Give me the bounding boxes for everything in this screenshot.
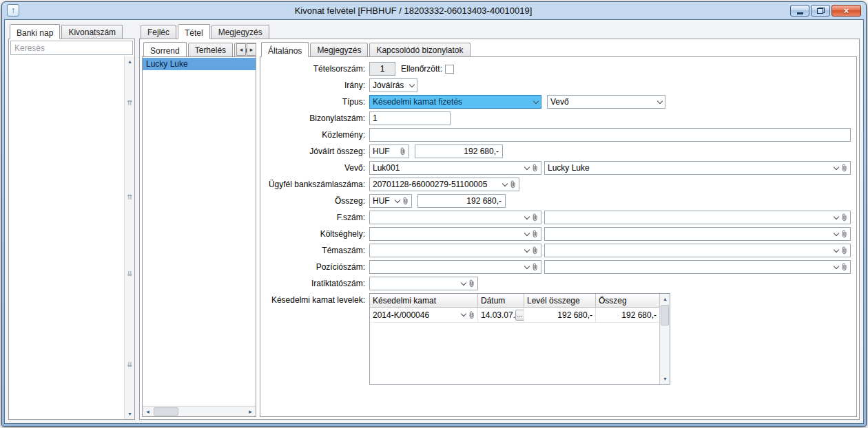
scroll-up-icon[interactable]: ▲: [660, 294, 670, 304]
iratiktatoszam-combobox[interactable]: [369, 277, 478, 290]
kozlemeny-label: Közlemény:: [260, 130, 369, 140]
tab-scroll-left-icon[interactable]: ◂: [236, 43, 246, 56]
page-up-icon[interactable]: ⇈: [125, 100, 135, 107]
vevo-code-combobox[interactable]: Luk001: [369, 161, 541, 175]
kamat-combobox[interactable]: 2014-K/000046: [370, 308, 478, 322]
tab-banki-nap[interactable]: Banki nap: [10, 24, 60, 39]
item-list[interactable]: Lucky Luke: [143, 57, 256, 406]
tab-kivonatszam[interactable]: Kivonatszám: [61, 25, 123, 39]
datum-cell[interactable]: 14.03.07. …: [478, 308, 524, 322]
temaszam-label: Témaszám:: [260, 246, 369, 255]
app-icon[interactable]: ↑: [7, 4, 19, 17]
column-header[interactable]: Dátum: [478, 294, 524, 307]
tab-scroll-right-icon[interactable]: ▸: [247, 43, 256, 56]
paperclip-icon[interactable]: [468, 279, 475, 288]
irany-combobox[interactable]: Jóváírás: [369, 78, 417, 92]
tab-tetel[interactable]: Tétel: [178, 24, 210, 39]
item-list-tabstrip: Sorrend Terhelés Jóv ◂ ▸: [142, 41, 256, 56]
page-up-icon[interactable]: ⇈: [125, 194, 135, 201]
paperclip-icon[interactable]: [532, 246, 538, 255]
tab-fejlec[interactable]: Fejléc: [141, 25, 176, 39]
osszeg-cell[interactable]: 192 680,-: [596, 308, 659, 322]
list-item[interactable]: Lucky Luke: [143, 58, 256, 70]
kesedelmi-levelek-table: Késedelmi kamat Dátum Levél összege Össz…: [369, 293, 670, 385]
column-header[interactable]: Összeg: [596, 294, 659, 307]
koltseghely-label: Költséghely:: [260, 229, 369, 239]
vevo-name-combobox[interactable]: Lucky Luke: [544, 161, 851, 175]
ugyfel-bankszamla-label: Ügyfél bankszámlaszáma:: [260, 180, 369, 189]
paperclip-icon[interactable]: [510, 180, 516, 189]
tab-terheles[interactable]: Terhelés: [188, 43, 233, 56]
fszam-code-combobox[interactable]: [369, 211, 541, 224]
tab-detail-megjegyzes[interactable]: Megjegyzés: [310, 43, 368, 56]
item-list-horizontal-scrollbar[interactable]: ◂ ▸: [143, 406, 256, 416]
paperclip-icon[interactable]: [532, 263, 538, 271]
partner-tipus-combobox[interactable]: Vevő: [547, 95, 665, 109]
date-picker-button[interactable]: …: [515, 310, 524, 321]
kozlemeny-input[interactable]: [369, 128, 851, 142]
temaszam-name-combobox[interactable]: [544, 244, 851, 257]
osszeg-currency-combobox[interactable]: HUF: [369, 194, 412, 208]
paperclip-icon[interactable]: [841, 230, 847, 238]
close-button[interactable]: ×: [831, 5, 861, 17]
koltseghely-code-combobox[interactable]: [369, 227, 541, 241]
osszeg-amount-field[interactable]: 192 680,-: [417, 194, 506, 208]
scroll-right-icon[interactable]: ▸: [245, 407, 256, 416]
paperclip-icon[interactable]: [841, 263, 847, 271]
scroll-left-icon[interactable]: ◂: [143, 407, 153, 416]
iratiktatoszam-label: Iratiktatószám:: [260, 279, 369, 288]
koltseghely-name-combobox[interactable]: [544, 227, 851, 241]
ugyfel-bankszamla-combobox[interactable]: 20701128-66000279-51100005: [369, 178, 519, 191]
column-header[interactable]: Levél összege: [524, 294, 596, 307]
irany-label: Irány:: [260, 81, 369, 90]
jovairt-currency-field[interactable]: HUF: [369, 145, 409, 158]
table-row[interactable]: 2014-K/000046 14.03.07. … 1: [370, 308, 659, 323]
field-row-kesedelmi-levelek: Késedelmi kamat levelek: Késedelmi kamat…: [260, 293, 856, 385]
minimize-button[interactable]: [790, 5, 809, 17]
scrollbar-thumb[interactable]: [154, 407, 178, 416]
partner-tipus-value: Vevő: [550, 97, 655, 107]
bizonylatszam-input[interactable]: [369, 111, 451, 125]
page-down-icon[interactable]: ⇊: [125, 361, 135, 368]
paperclip-icon[interactable]: [400, 147, 406, 156]
pozicioszam-name-combobox[interactable]: [544, 260, 851, 274]
level-osszege-cell[interactable]: 192 680,-: [524, 308, 596, 322]
scrollbar-thumb[interactable]: [661, 305, 669, 325]
chevron-down-icon: [533, 98, 539, 103]
paperclip-icon[interactable]: [402, 197, 409, 205]
pozicioszam-code-combobox[interactable]: [369, 260, 541, 274]
scroll-down-icon[interactable]: ▼: [660, 374, 670, 384]
tipus-combobox[interactable]: Késedelmi kamat fizetés: [369, 95, 541, 109]
paperclip-icon[interactable]: [532, 213, 538, 222]
fszam-name-combobox[interactable]: [544, 211, 851, 224]
datum-value: 14.03.07.: [481, 310, 515, 320]
tab-sorrend[interactable]: Sorrend: [143, 42, 187, 56]
tab-megjegyzes[interactable]: Megjegyzés: [211, 25, 269, 39]
item-list-page: Lucky Luke ◂ ▸: [142, 56, 256, 417]
table-vertical-scrollbar[interactable]: ▲ ▼: [659, 294, 670, 384]
paperclip-icon[interactable]: [468, 311, 475, 319]
kamat-value: 2014-K/000046: [373, 310, 459, 320]
scroll-down-icon[interactable]: ▼: [125, 409, 135, 419]
paperclip-icon[interactable]: [532, 230, 538, 238]
minimize-icon: [797, 12, 803, 14]
temaszam-code-combobox[interactable]: [369, 244, 541, 257]
paperclip-icon[interactable]: [841, 164, 847, 172]
jovairt-amount-field[interactable]: 192 680,-: [415, 145, 503, 158]
left-vertical-scrollbar[interactable]: ▲ ⇈ ⇈ ⇊ ⇊ ▼: [124, 56, 134, 419]
page-down-icon[interactable]: ⇊: [125, 270, 135, 277]
paperclip-icon[interactable]: [841, 246, 847, 255]
tab-kapcsolodo-bizonylatok[interactable]: Kapcsolódó bizonylatok: [369, 43, 470, 56]
restore-button[interactable]: [811, 5, 830, 17]
title-bar[interactable]: ↑ Kivonat felvétel [FHBHUF / 18203332-06…: [2, 2, 866, 19]
paperclip-icon[interactable]: [532, 164, 538, 172]
banki-nap-list[interactable]: ▲ ⇈ ⇈ ⇊ ⇊ ▼: [9, 56, 134, 419]
field-row-kozlemeny: Közlemény:: [260, 127, 856, 143]
field-row-vevo: Vevő: Luk001 Lucky Luke: [260, 160, 856, 176]
search-input[interactable]: [10, 41, 133, 55]
ellenorzott-checkbox[interactable]: [445, 65, 454, 74]
column-header[interactable]: Késedelmi kamat: [370, 294, 478, 307]
paperclip-icon[interactable]: [841, 213, 847, 222]
scroll-up-icon[interactable]: ▲: [125, 56, 135, 67]
tab-altalanos[interactable]: Általános: [261, 42, 309, 57]
